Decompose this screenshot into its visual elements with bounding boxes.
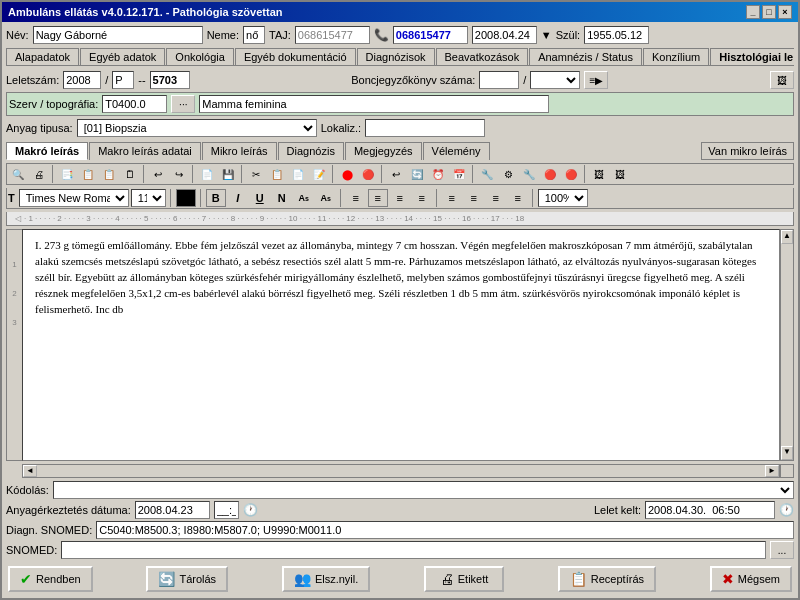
tb-settings1[interactable]: 🔧 — [477, 165, 497, 183]
list3-btn[interactable]: ≡ — [486, 189, 506, 207]
tb-refresh[interactable]: 🔄 — [407, 165, 427, 183]
align-justify-btn[interactable]: ≡ — [412, 189, 432, 207]
maximize-button[interactable]: □ — [762, 5, 776, 19]
editor-area[interactable]: I. 273 g tömegű emlőállomány. Ebbe fém j… — [22, 229, 780, 461]
list1-btn[interactable]: ≡ — [442, 189, 462, 207]
zoom-select[interactable]: 100% — [538, 189, 588, 207]
tb-settings3[interactable]: 🔧 — [519, 165, 539, 183]
anyag-select[interactable]: [01] Biopszia — [77, 119, 317, 137]
tb-calendar[interactable]: 📅 — [449, 165, 469, 183]
tab-onkologia[interactable]: Onkológia — [166, 48, 234, 66]
tb-new[interactable]: 📄 — [197, 165, 217, 183]
tb-redo[interactable]: ↪ — [169, 165, 189, 183]
tb-copy3[interactable]: 📋 — [99, 165, 119, 183]
receptiras-button[interactable]: 📋 Receptírás — [558, 566, 656, 592]
size-select[interactable]: 11 — [131, 189, 166, 207]
lokaliz-input[interactable] — [365, 119, 485, 137]
diagn-snomed-input[interactable] — [96, 521, 794, 539]
tb-paste2[interactable]: 📄 — [288, 165, 308, 183]
megsem-button[interactable]: ✖ Mégsem — [710, 566, 792, 592]
hscroll-bar[interactable]: ◄ ► — [22, 464, 780, 478]
taj-icon[interactable]: 📞 — [374, 28, 389, 42]
normal-btn[interactable]: N — [272, 189, 292, 207]
anyag-datum-input[interactable] — [135, 501, 210, 519]
lelet-extra-btn[interactable]: 🖼 — [770, 71, 794, 89]
snomed-input[interactable] — [61, 541, 766, 559]
topografia-name[interactable] — [199, 95, 549, 113]
tb-undo[interactable]: ↩ — [148, 165, 168, 183]
tb-img2[interactable]: 🖼 — [610, 165, 630, 183]
tb-paste3[interactable]: 📝 — [309, 165, 329, 183]
tb-save[interactable]: 💾 — [218, 165, 238, 183]
tb-copy2[interactable]: 📋 — [78, 165, 98, 183]
neme-input[interactable] — [243, 26, 265, 44]
nev-input[interactable] — [33, 26, 203, 44]
tab-makro-adatai[interactable]: Makro leírás adatai — [89, 142, 201, 160]
szul-date-input[interactable] — [472, 26, 537, 44]
lelet-number[interactable] — [150, 71, 190, 89]
tab-diagnozis[interactable]: Diagnózis — [278, 142, 344, 160]
tab-egyeb-adatok[interactable]: Egyéb adatok — [80, 48, 165, 66]
szul-input[interactable] — [584, 26, 649, 44]
font-select[interactable]: Times New Roman — [19, 189, 129, 207]
subscript-btn[interactable]: As — [294, 189, 314, 207]
rendben-button[interactable]: ✔ Rendben — [8, 566, 93, 592]
tb-cut[interactable]: ✂ — [246, 165, 266, 183]
list2-btn[interactable]: ≡ — [464, 189, 484, 207]
anyag-clock-icon[interactable]: 🕐 — [243, 503, 258, 517]
editor-scrollbar-v[interactable]: ▲ ▼ — [780, 229, 794, 461]
underline-btn[interactable]: U — [250, 189, 270, 207]
align-right-btn[interactable]: ≡ — [390, 189, 410, 207]
bold-btn[interactable]: B — [206, 189, 226, 207]
tb-red3[interactable]: 🔴 — [540, 165, 560, 183]
color-picker[interactable] — [176, 189, 196, 207]
italic-btn[interactable]: I — [228, 189, 248, 207]
hscroll-left-btn[interactable]: ◄ — [23, 465, 37, 477]
close-button[interactable]: × — [778, 5, 792, 19]
lelet-year[interactable] — [63, 71, 101, 89]
lelet-type[interactable] — [112, 71, 134, 89]
elsz-nyil-button[interactable]: 👥 Elsz.nyil. — [282, 566, 370, 592]
tb-settings2[interactable]: ⚙ — [498, 165, 518, 183]
tab-diagnozisok[interactable]: Diagnózisok — [357, 48, 435, 66]
bonjegyzo-btn[interactable]: ≡▶ — [584, 71, 608, 89]
tab-alapadatok[interactable]: Alapadatok — [6, 48, 79, 66]
tb-clock[interactable]: ⏰ — [428, 165, 448, 183]
list4-btn[interactable]: ≡ — [508, 189, 528, 207]
tab-konzilium[interactable]: Konzílium — [643, 48, 709, 66]
tab-beavatkozasok[interactable]: Beavatkozások — [436, 48, 529, 66]
tab-megjegyzes[interactable]: Megjegyzés — [345, 142, 422, 160]
align-center-btn[interactable]: ≡ — [368, 189, 388, 207]
szul-arrow[interactable]: ▼ — [541, 29, 552, 41]
editor-content[interactable]: I. 273 g tömegű emlőállomány. Ebbe fém j… — [35, 238, 767, 338]
tb-zoom[interactable]: 🔍 — [8, 165, 28, 183]
topografia-dots-btn[interactable]: ··· — [171, 95, 195, 113]
tb-copy4[interactable]: 🗒 — [120, 165, 140, 183]
anyag-datum-time[interactable] — [214, 501, 239, 519]
etikett-button[interactable]: 🖨 Etikett — [424, 566, 504, 592]
tb-paste1[interactable]: 📋 — [267, 165, 287, 183]
topografia-code[interactable] — [102, 95, 167, 113]
scroll-down-btn[interactable]: ▼ — [781, 446, 793, 460]
tab-mikro-leiras[interactable]: Mikro leírás — [202, 142, 277, 160]
tb-red1[interactable]: ⬤ — [337, 165, 357, 183]
kodolas-select[interactable] — [53, 481, 794, 499]
superscript-btn[interactable]: As — [316, 189, 336, 207]
bonjegyzo-left[interactable] — [479, 71, 519, 89]
tarolas-button[interactable]: 🔄 Tárolás — [146, 566, 228, 592]
lelet-clock-icon[interactable]: 🕐 — [779, 503, 794, 517]
tab-anamnezis[interactable]: Anamnézis / Status — [529, 48, 642, 66]
tb-red2[interactable]: 🔴 — [358, 165, 378, 183]
tb-back[interactable]: ↩ — [386, 165, 406, 183]
tb-print[interactable]: 🖨 — [29, 165, 49, 183]
minimize-button[interactable]: _ — [746, 5, 760, 19]
hscroll-right-btn[interactable]: ► — [765, 465, 779, 477]
tab-egyeb-dok[interactable]: Egyéb dokumentáció — [235, 48, 356, 66]
lelet-kelt-input[interactable] — [645, 501, 775, 519]
tab-makro-leiras[interactable]: Makró leírás — [6, 142, 88, 160]
bonjegyzo-select[interactable] — [530, 71, 580, 89]
tab-velemeny[interactable]: Vélemény — [423, 142, 490, 160]
snomed-dots-btn[interactable]: ... — [770, 541, 794, 559]
tb-copy1[interactable]: 📑 — [57, 165, 77, 183]
tb-red4[interactable]: 🔴 — [561, 165, 581, 183]
